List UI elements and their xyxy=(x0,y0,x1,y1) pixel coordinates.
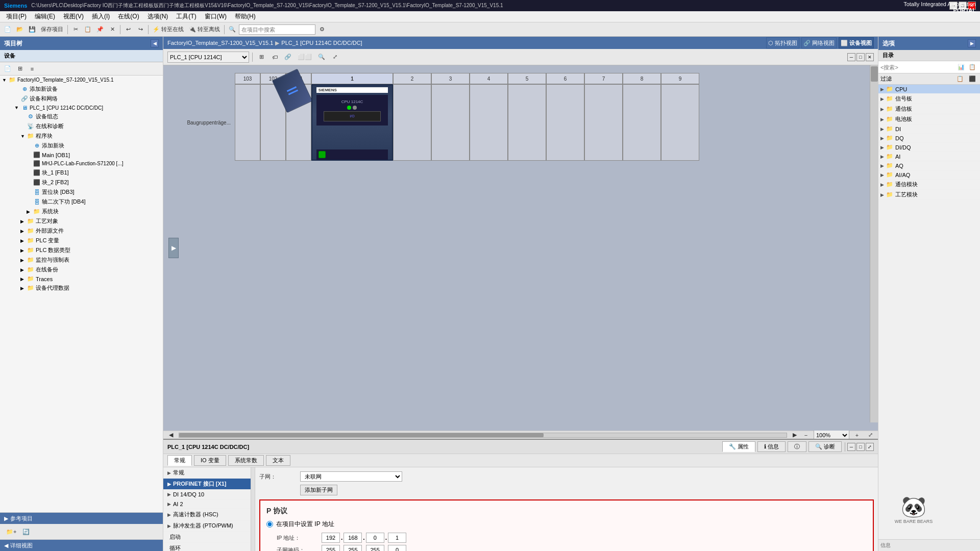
tab-io-vars[interactable]: IO 变量 xyxy=(194,455,226,466)
go-offline-btn[interactable]: 🔌 转至离线 xyxy=(187,24,222,35)
menu-options[interactable]: 选项(N) xyxy=(143,12,173,21)
tree-plc-vars[interactable]: ▶ 📁 PLC 变量 xyxy=(0,236,163,245)
bottom-nav-scrollbar[interactable] xyxy=(251,467,255,551)
dv-tag-btn[interactable]: 🏷 xyxy=(269,52,280,63)
h-scrollbar-track[interactable] xyxy=(179,433,787,438)
tree-collapse-btn[interactable]: ◀ xyxy=(151,39,159,47)
expand-left-btn[interactable]: ▶ xyxy=(168,238,179,258)
ref-refresh-btn[interactable]: 🔄 xyxy=(20,526,32,537)
catalog-tech-module[interactable]: ▶ 📁 工艺模块 xyxy=(878,190,980,200)
h-scrollbar-thumb[interactable] xyxy=(179,433,544,437)
tree-grid-btn[interactable]: ⊞ xyxy=(14,63,26,74)
dv-conn-btn[interactable]: 🔗 xyxy=(282,52,293,63)
cell-5[interactable] xyxy=(508,84,546,161)
dv-close-btn[interactable]: ✕ xyxy=(866,53,874,61)
menu-view[interactable]: 视图(V) xyxy=(59,12,88,21)
ip-octet-3[interactable] xyxy=(366,533,384,543)
open-btn[interactable]: 📂 xyxy=(14,24,26,35)
device-view-btn[interactable]: ⬜ 设备视图 xyxy=(839,37,874,48)
cell-9[interactable] xyxy=(661,84,699,161)
menu-tools[interactable]: 工具(T) xyxy=(172,12,200,21)
tree-new-btn[interactable]: 📄 xyxy=(2,63,13,74)
search-input[interactable] xyxy=(239,24,315,35)
cell-8[interactable] xyxy=(623,84,661,161)
cell-6[interactable] xyxy=(546,84,584,161)
tree-main-ob1[interactable]: ⬛ Main [OB1] xyxy=(0,151,163,159)
ref-projects-header[interactable]: ▶ 参考项目 xyxy=(0,513,163,524)
search-go-btn[interactable]: ⚙ xyxy=(316,24,328,35)
paste-btn[interactable]: 📌 xyxy=(94,24,106,35)
dv-layout-btn[interactable]: ⬜⬜ xyxy=(296,52,314,63)
mask-octet-4[interactable] xyxy=(388,545,406,551)
tree-system-blocks[interactable]: ▶ 📁 系统块 xyxy=(0,207,163,216)
dv-min-btn[interactable]: ─ xyxy=(847,53,855,61)
catalog-list-btn[interactable]: 📋 xyxy=(967,62,978,73)
tree-online-diag[interactable]: 📡 在线和诊断 xyxy=(0,121,163,131)
mask-octet-2[interactable] xyxy=(344,545,362,551)
tree-tech-objects[interactable]: ▶ 📁 工艺对象 xyxy=(0,216,163,226)
tree-device-proxy[interactable]: ▶ 📁 设备代理数据 xyxy=(0,283,163,293)
catalog-comm-module[interactable]: ▶ 📁 通信模块 xyxy=(878,180,980,190)
catalog-di-dq[interactable]: ▶ 📁 DI/DQ xyxy=(878,143,980,152)
tree-mhj-func[interactable]: ⬛ MHJ-PLC-Lab-Function-S71200 [...] xyxy=(0,159,163,168)
mask-octet-1[interactable] xyxy=(322,545,340,551)
tree-add-block[interactable]: ⊕ 添加新块 xyxy=(0,141,163,151)
cell-2[interactable] xyxy=(393,84,431,161)
nav-ai[interactable]: ▶ AI 2 xyxy=(163,499,251,509)
prop-tab-properties[interactable]: 🔧 属性 xyxy=(722,441,755,452)
copy-btn[interactable]: 📋 xyxy=(82,24,93,35)
v-scrollbar-thumb[interactable] xyxy=(871,66,878,82)
dv-fit-btn[interactable]: ⤢ xyxy=(329,52,340,63)
go-online-btn[interactable]: ⚡ 转至在线 xyxy=(151,24,186,35)
ip-set-radio[interactable] xyxy=(266,521,273,528)
catalog-comm-board[interactable]: ▶ 📁 通信板 xyxy=(878,104,980,114)
catalog-signal-board[interactable]: ▶ 📁 信号板 xyxy=(878,94,980,104)
tab-sys-const[interactable]: 系统常数 xyxy=(228,455,264,466)
subnet-select[interactable]: 未联网 xyxy=(300,471,402,482)
mask-octet-3[interactable] xyxy=(366,545,384,551)
nav-hsc[interactable]: ▶ 高速计数器 (HSC) xyxy=(163,509,251,520)
detail-view-header[interactable]: ◀ 详细视图 xyxy=(0,540,163,551)
ip-octet-1[interactable] xyxy=(322,533,340,543)
bp-minimize-btn[interactable]: ─ xyxy=(847,443,855,451)
right-pin-btn[interactable]: ▶ xyxy=(968,39,976,47)
cell-7[interactable] xyxy=(584,84,623,161)
tree-list-btn[interactable]: ≡ xyxy=(27,63,38,74)
prop-tab-info2[interactable]: ⓘ xyxy=(788,441,806,452)
device-selector[interactable]: PLC_1 [CPU 1214C] xyxy=(167,52,249,63)
redo-btn[interactable]: ↪ xyxy=(135,24,146,35)
nav-di-dq[interactable]: ▶ DI 14/DQ 10 xyxy=(163,490,251,499)
filter-btn2[interactable]: ⬛ xyxy=(967,73,978,85)
menu-online[interactable]: 在线(O) xyxy=(114,12,143,21)
network-view-btn[interactable]: 🔗 网络视图 xyxy=(801,37,837,48)
dv-zoom-btn[interactable]: 🔍 xyxy=(316,52,327,63)
bp-expand-btn[interactable]: ⤢ xyxy=(866,443,874,451)
tree-db3[interactable]: 🗄 置位块 [DB3] xyxy=(0,187,163,197)
catalog-cpu[interactable]: ▶ 📁 CPU xyxy=(878,85,980,94)
cell-103[interactable] xyxy=(235,84,260,161)
dv-restore-btn[interactable]: □ xyxy=(856,53,865,61)
menu-project[interactable]: 项目(P) xyxy=(2,12,31,21)
cell-4[interactable] xyxy=(470,84,508,161)
nav-startup[interactable]: 启动 xyxy=(163,532,251,543)
catalog-dq[interactable]: ▶ 📁 DQ xyxy=(878,134,980,143)
ip-octet-4[interactable] xyxy=(388,533,406,543)
catalog-aq[interactable]: ▶ 📁 AQ xyxy=(878,161,980,170)
tree-db4[interactable]: 🗄 轴二次下功 [DB4] xyxy=(0,197,163,207)
menu-window[interactable]: 窗口(W) xyxy=(201,12,231,21)
tree-traces[interactable]: ▶ 📁 Traces xyxy=(0,274,163,283)
search-btn[interactable]: 🔍 xyxy=(227,24,238,35)
tree-plc1[interactable]: ▼ 🖥 PLC_1 [CPU 1214C DC/DC/DC] xyxy=(0,104,163,112)
catalog-ai[interactable]: ▶ 📁 AI xyxy=(878,152,980,161)
nav-general[interactable]: ▶ 常规 xyxy=(163,467,251,479)
ip-octet-2[interactable] xyxy=(344,533,362,543)
catalog-search-input[interactable] xyxy=(880,64,955,70)
tree-external[interactable]: ▶ 📁 外部源文件 xyxy=(0,226,163,236)
catalog-di[interactable]: ▶ 📁 DI xyxy=(878,124,980,134)
catalog-battery-board[interactable]: ▶ 📁 电池板 xyxy=(878,114,980,124)
add-subnet-btn[interactable]: 添加新子网 xyxy=(300,485,337,495)
tab-general[interactable]: 常规 xyxy=(167,455,192,466)
cell-3[interactable] xyxy=(431,84,470,161)
catalog-chart-btn[interactable]: 📊 xyxy=(955,62,967,73)
menu-edit[interactable]: 编辑(E) xyxy=(31,12,59,21)
